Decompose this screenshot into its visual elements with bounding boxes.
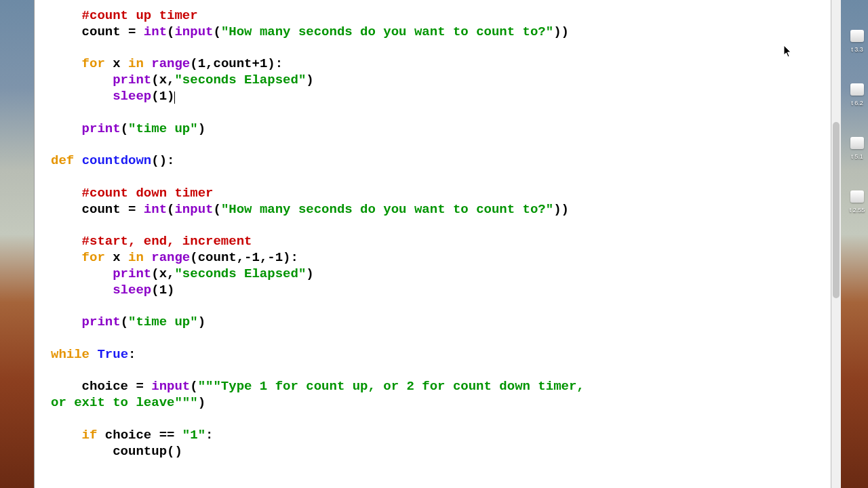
- code-token-sp: [51, 56, 82, 71]
- code-token-txt: count =: [82, 24, 144, 39]
- code-token-sp: [51, 234, 82, 249]
- desktop-file-label: t 2.55: [847, 207, 867, 214]
- code-token-txt: ): [198, 314, 205, 329]
- code-token-str: "seconds Elapsed": [174, 73, 306, 87]
- code-token-txt: ): [198, 395, 205, 410]
- code-token-sp: [51, 202, 82, 217]
- code-token-txt: (1): [151, 283, 174, 298]
- code-token-txt: [144, 56, 151, 71]
- desktop-file-label: t 3.3: [847, 46, 867, 54]
- code-token-sp: [51, 121, 82, 136]
- code-token-nm: True: [97, 347, 128, 362]
- code-token-txt: :: [205, 428, 213, 443]
- code-token-sp: [51, 250, 82, 265]
- code-token-sp: [51, 444, 113, 459]
- code-token-sp: [51, 186, 82, 201]
- scrollbar-thumb[interactable]: [833, 122, 840, 298]
- code-editor-window: #count up timer count = int(input("How m…: [34, 0, 841, 488]
- code-token-fn: input: [151, 379, 190, 394]
- code-token-str: "How many seconds do you want to count t…: [221, 202, 553, 217]
- code-token-str: """Type 1 for count up, or 2 for count d…: [198, 379, 585, 394]
- code-token-txt: (count,-1,-1):: [190, 250, 298, 265]
- code-token-txt: x: [105, 56, 128, 71]
- code-token-str: "seconds Elapsed": [174, 266, 306, 281]
- code-token-txt: count =: [82, 202, 144, 217]
- code-token-str: or exit to leave""": [51, 395, 198, 410]
- code-token-kw: in: [128, 250, 144, 265]
- code-token-sp: [51, 314, 82, 329]
- code-token-sp: [51, 24, 82, 39]
- text-caret: [174, 92, 175, 104]
- code-token-kw: def: [51, 153, 74, 168]
- code-token-cmt: #count down timer: [82, 186, 214, 201]
- code-token-txt: )): [553, 24, 569, 39]
- code-token-sp: [51, 379, 82, 394]
- code-token-txt: choice ==: [97, 428, 182, 443]
- code-token-str: "time up": [128, 121, 198, 136]
- code-token-txt: (: [121, 121, 128, 136]
- code-token-fn: int: [144, 202, 167, 217]
- code-token-txt: choice =: [82, 379, 152, 394]
- code-content[interactable]: #count up timer count = int(input("How m…: [35, 8, 841, 476]
- code-token-txt: )): [553, 202, 569, 217]
- code-token-txt: [90, 347, 97, 362]
- code-token-str: "time up": [128, 314, 198, 329]
- code-token-txt: (: [190, 379, 197, 394]
- code-token-fn: print: [82, 314, 121, 329]
- code-token-sp: [51, 266, 113, 281]
- code-token-fn: input: [174, 202, 213, 217]
- code-token-txt: (1,count+1):: [190, 56, 283, 71]
- desktop-file-icon[interactable]: [850, 30, 864, 42]
- code-token-txt: x: [105, 250, 128, 265]
- code-token-fn: sleep: [113, 89, 151, 104]
- code-token-txt: (: [213, 202, 220, 217]
- code-token-txt: [144, 250, 151, 265]
- code-token-txt: (x,: [151, 266, 174, 281]
- code-token-str: "1": [182, 428, 205, 443]
- code-token-fn: sleep: [113, 283, 151, 298]
- code-token-txt: ): [198, 121, 205, 136]
- code-token-sp: [51, 8, 82, 23]
- code-token-kw: in: [128, 56, 144, 71]
- mouse-cursor-icon: [783, 45, 793, 58]
- code-token-txt: (: [121, 314, 128, 329]
- code-token-txt: (1): [151, 89, 174, 104]
- code-token-cmt: #start, end, increment: [82, 234, 252, 249]
- code-token-fn: print: [82, 121, 121, 136]
- code-token-fn: range: [151, 56, 190, 71]
- code-token-txt: (: [213, 24, 220, 39]
- code-token-kw: for: [82, 56, 105, 71]
- code-token-fn: print: [113, 73, 151, 87]
- vertical-scrollbar[interactable]: [831, 0, 841, 488]
- code-token-txt: ): [306, 266, 313, 281]
- desktop-file-icon[interactable]: [850, 190, 864, 203]
- code-token-kw: for: [82, 250, 105, 265]
- code-token-cmt: #count up timer: [82, 8, 198, 23]
- code-token-txt: ():: [151, 153, 174, 168]
- code-token-fn: range: [151, 250, 190, 265]
- desktop-file-icon[interactable]: [850, 83, 864, 96]
- code-token-txt: countup(): [113, 444, 182, 459]
- code-token-txt: (x,: [151, 73, 174, 87]
- code-token-fn: int: [144, 24, 167, 39]
- code-token-txt: :: [128, 347, 136, 362]
- code-token-str: "How many seconds do you want to count t…: [221, 24, 553, 39]
- code-token-kw: if: [82, 428, 98, 443]
- desktop-icons-column: t 3.3t 6.2t 5.1t 2.55: [850, 30, 864, 244]
- code-token-kw: while: [51, 347, 90, 362]
- code-token-fn: input: [174, 24, 213, 39]
- code-token-sp: [51, 283, 113, 298]
- code-token-fn: print: [113, 266, 151, 281]
- code-token-txt: [74, 153, 81, 168]
- code-token-sp: [51, 89, 113, 104]
- code-token-sp: [51, 428, 82, 443]
- code-token-txt: ): [306, 73, 313, 87]
- code-token-txt: (: [167, 24, 174, 39]
- code-token-nm: countdown: [82, 153, 152, 168]
- desktop-file-label: t 5.1: [847, 153, 867, 161]
- code-token-sp: [51, 73, 113, 87]
- desktop-file-label: t 6.2: [847, 100, 867, 107]
- desktop-file-icon[interactable]: [850, 137, 864, 149]
- code-editor-viewport[interactable]: #count up timer count = int(input("How m…: [35, 0, 841, 488]
- code-token-txt: (: [167, 202, 174, 217]
